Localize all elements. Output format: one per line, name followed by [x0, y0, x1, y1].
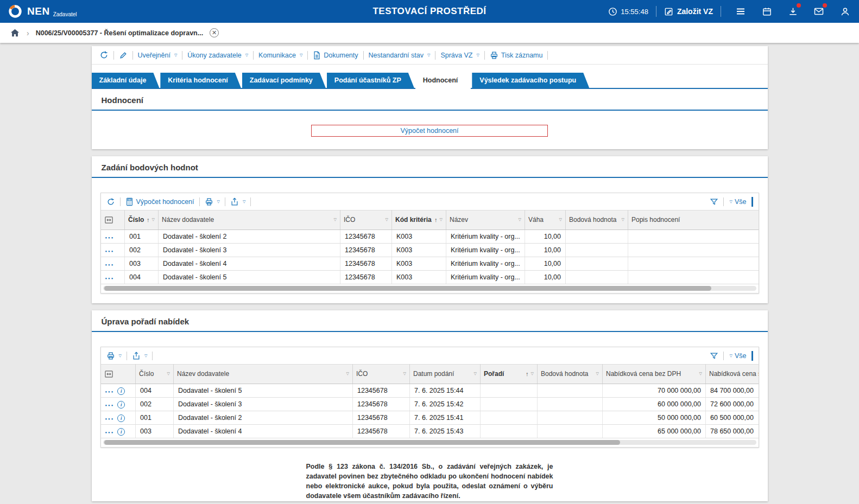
col-header-bodova[interactable]: Bodová hodnota▽	[538, 365, 603, 384]
col-header-ico[interactable]: IČO▽	[353, 365, 410, 384]
cell-popis[interactable]	[628, 271, 759, 284]
messages-button[interactable]	[812, 5, 825, 18]
col-header-nazev[interactable]: Název▽	[446, 210, 525, 230]
menu-uverejneni[interactable]: Uveřejnění ▽	[138, 52, 178, 59]
calendar-button[interactable]	[760, 5, 773, 18]
table-row: ●●● 002 Dodavatel - školení 3 12345678 K…	[101, 244, 759, 257]
filter-caret-icon: ▽	[474, 372, 477, 376]
filter-all-button[interactable]: ▽ Vše	[729, 198, 747, 206]
tab-podani-ucastniku[interactable]: Podání účastníků ZP	[327, 73, 414, 88]
info-icon[interactable]: i	[117, 401, 125, 409]
scrollbar-indicator[interactable]	[751, 351, 753, 361]
create-vz-label: Založit VZ	[677, 7, 713, 16]
print-grid-button[interactable]: ▽	[106, 352, 122, 360]
user-profile-button[interactable]	[838, 5, 851, 18]
cell-poradi[interactable]	[481, 411, 538, 425]
scrollbar-thumb[interactable]	[104, 440, 620, 445]
cell-poradi[interactable]	[481, 384, 538, 398]
cell-bodova[interactable]	[566, 271, 628, 284]
column-chooser[interactable]	[101, 210, 125, 230]
refresh-button[interactable]	[106, 197, 115, 206]
cell-kod: K003	[392, 230, 446, 244]
tab-hodnoceni[interactable]: Hodnocení	[415, 73, 471, 89]
menu-nestandardni-stav[interactable]: Nestandardní stav ▽	[369, 52, 431, 59]
divider	[127, 352, 127, 360]
points-header-row: Číslo↑▽ Název dodavatele▽ IČO▽ Kód krité…	[101, 210, 759, 230]
cell-popis[interactable]	[628, 244, 759, 257]
history-button[interactable]	[99, 50, 109, 60]
col-header-cislo[interactable]: Číslo▽	[136, 365, 174, 384]
filter-icon[interactable]	[710, 352, 718, 360]
breadcrumb-item[interactable]: N006/25/V00005377 - Řešení optimalizace …	[36, 29, 203, 37]
cell-bodova[interactable]	[566, 244, 628, 257]
cell-poradi[interactable]	[481, 398, 538, 411]
col-header-cena-s[interactable]: Nabídková cena s DPH	[706, 365, 759, 384]
compute-evaluation-button[interactable]: Výpočet hodnocení	[311, 125, 548, 137]
cell-poradi[interactable]	[481, 425, 538, 438]
row-menu-icon[interactable]: ●●●	[105, 417, 115, 420]
cell-bodova[interactable]	[566, 257, 628, 271]
row-menu-icon[interactable]: ●●●	[105, 277, 115, 280]
column-chooser[interactable]	[101, 365, 136, 384]
col-header-cena-bez[interactable]: Nabídková cena bez DPH▽	[603, 365, 706, 384]
brand-subtitle: Zadavatel	[53, 11, 77, 17]
close-icon[interactable]: ✕	[210, 28, 219, 37]
cell-bodova[interactable]	[566, 230, 628, 244]
tab-zadavaci-podminky[interactable]: Zadávací podmínky	[242, 73, 326, 88]
col-header-popis[interactable]: Popis hodnocení	[628, 210, 759, 230]
row-menu-icon[interactable]: ●●●	[105, 431, 115, 434]
clock-icon	[608, 7, 617, 16]
scrollbar-indicator[interactable]	[751, 197, 753, 207]
info-icon[interactable]: i	[117, 414, 125, 422]
compute-evaluation-link[interactable]: Výpočet hodnocení	[125, 197, 194, 206]
col-header-datum[interactable]: Datum podání▽	[410, 365, 481, 384]
home-icon[interactable]	[10, 28, 20, 38]
menu-sprava-vz[interactable]: Správa VZ ▽	[440, 52, 479, 59]
downloads-button[interactable]	[786, 5, 799, 18]
col-header-poradi[interactable]: Pořadí↑▽	[481, 365, 538, 384]
horizontal-scrollbar[interactable]	[103, 286, 756, 291]
info-icon[interactable]: i	[117, 387, 125, 395]
col-header-kod[interactable]: Kód kritéria↑▽	[392, 210, 446, 230]
export-button[interactable]: ▽	[132, 352, 147, 360]
row-menu-icon[interactable]: ●●●	[105, 263, 115, 266]
export-button[interactable]: ▽	[230, 197, 245, 206]
tab-vysledek-postupu[interactable]: Výsledek zadávacího postupu	[472, 73, 589, 88]
cell-ico: 12345678	[340, 271, 392, 284]
menu-label: Dokumenty	[324, 52, 358, 59]
row-menu-icon[interactable]: ●●●	[105, 404, 115, 407]
horizontal-scrollbar[interactable]	[103, 440, 756, 445]
row-menu-icon[interactable]: ●●●	[105, 236, 115, 239]
tab-zakladni-udaje[interactable]: Základní údaje	[92, 73, 160, 88]
col-header-dodavatel[interactable]: Název dodavatele▽	[159, 210, 340, 230]
col-header-ico[interactable]: IČO▽	[340, 210, 392, 230]
table-row: ●●●i 003 Dodavatel - školení 4 12345678 …	[101, 425, 759, 438]
cell-cislo: 002	[125, 244, 159, 257]
scrollbar-thumb[interactable]	[104, 286, 712, 291]
col-header-bodova[interactable]: Bodová hodnota▽	[566, 210, 628, 230]
nen-logo[interactable]: NEN Zadavatel	[8, 4, 77, 19]
filter-icon[interactable]	[710, 197, 718, 206]
print-record-button[interactable]: Tisk záznamu	[490, 51, 543, 60]
edit-record-button[interactable]	[119, 51, 128, 60]
row-menu-icon[interactable]: ●●●	[105, 250, 115, 253]
notification-badge	[797, 3, 801, 8]
print-grid-button[interactable]: ▽	[205, 197, 220, 206]
create-vz-button[interactable]: Založit VZ	[664, 7, 713, 16]
menu-button[interactable]	[734, 5, 747, 18]
info-icon[interactable]: i	[117, 428, 125, 436]
order-table-viewport: Číslo▽ Název dodavatele▽ IČO▽ Datum podá…	[101, 364, 759, 438]
col-header-cislo[interactable]: Číslo↑▽	[125, 210, 159, 230]
menu-ukony-zadavatele[interactable]: Úkony zadavatele ▽	[187, 52, 248, 59]
cell-popis[interactable]	[628, 257, 759, 271]
cell-dodavatel: Dodavatel - školení 4	[174, 425, 353, 438]
col-header-vaha[interactable]: Váha▽	[525, 210, 566, 230]
menu-dokumenty[interactable]: Dokumenty	[313, 51, 358, 60]
filter-all-button[interactable]: ▽ Vše	[729, 352, 747, 360]
menu-komunikace[interactable]: Komunikace ▽	[258, 52, 302, 59]
tab-kriteria-hodnoceni[interactable]: Kritéria hodnocení	[160, 73, 241, 88]
row-menu-icon[interactable]: ●●●	[105, 390, 115, 393]
cell-popis[interactable]	[628, 230, 759, 244]
col-header-dodavatel[interactable]: Název dodavatele▽	[174, 365, 353, 384]
cell-nazev: Kritérium kvality - org...	[446, 271, 525, 284]
